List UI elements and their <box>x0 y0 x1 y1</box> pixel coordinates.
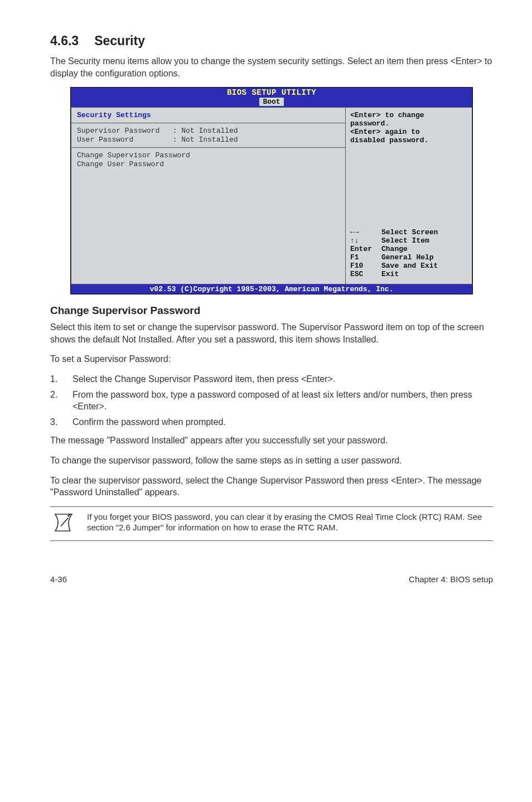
bios-row-sup-label: Supervisor Password <box>77 127 159 135</box>
step-text: Confirm the password when prompted. <box>72 416 226 428</box>
list-item: 1.Select the Change Supervisor Password … <box>50 373 493 385</box>
bios-tab-bar: Boot <box>71 98 472 107</box>
nav-key: ESC <box>350 270 381 278</box>
paragraph: The message "Password Installed" appears… <box>50 434 493 447</box>
step-text: Select the Change Supervisor Password it… <box>72 373 335 385</box>
bios-row-usr-label: User Password <box>77 136 133 144</box>
section-number: 4.6.3 <box>50 33 79 48</box>
section-name: Security <box>94 33 145 48</box>
step-text: From the password box, type a password c… <box>72 389 493 413</box>
subheading-change-supervisor: Change Supervisor Password <box>50 305 493 317</box>
nav-label: Change <box>381 245 408 253</box>
nav-key: Enter <box>350 245 381 253</box>
nav-key: F1 <box>350 253 381 262</box>
intro-paragraph: The Security menu items allow you to cha… <box>50 55 493 79</box>
page-number: 4-36 <box>50 574 67 584</box>
nav-label: Exit <box>381 270 399 278</box>
nav-label: Select Item <box>381 236 429 245</box>
section-title: 4.6.3Security <box>50 33 493 49</box>
nav-key: F10 <box>350 262 381 270</box>
bios-setup-panel: BIOS SETUP UTILITY Boot Security Setting… <box>70 87 473 294</box>
note-text: If you forget your BIOS password, you ca… <box>87 511 493 533</box>
bios-tab-boot: Boot <box>259 98 283 106</box>
paragraph: To change the supervisor password, follo… <box>50 455 493 467</box>
bios-heading: Security Settings <box>77 111 340 119</box>
help-line: password. <box>350 119 467 128</box>
bios-row-change-usr: Change User Password <box>77 160 340 168</box>
bios-title: BIOS SETUP UTILITY <box>71 88 472 98</box>
nav-label: General Help <box>381 253 434 262</box>
bios-nav-legend: ←→Select Screen ↑↓Select Item EnterChang… <box>350 228 467 278</box>
paragraph: To clear the supervisor password, select… <box>50 475 493 499</box>
nav-key: ←→ <box>350 228 381 236</box>
nav-label: Save and Exit <box>381 262 438 270</box>
list-item: 3.Confirm the password when prompted. <box>50 416 493 428</box>
paragraph: To set a Supervisor Password: <box>50 353 493 365</box>
bios-row-sup-value: : Not Installed <box>173 127 238 135</box>
nav-key: ↑↓ <box>350 236 381 245</box>
help-line: <Enter> to change <box>350 111 467 119</box>
help-line: disabled password. <box>350 136 467 144</box>
bios-right-pane: <Enter> to change password. <Enter> agai… <box>345 107 472 284</box>
nav-label: Select Screen <box>381 228 438 236</box>
list-item: 2.From the password box, type a password… <box>50 389 493 413</box>
bios-left-pane: Security Settings Supervisor Password : … <box>71 107 345 284</box>
chapter-label: Chapter 4: BIOS setup <box>409 574 493 584</box>
bios-row-usr-value: : Not Installed <box>173 136 238 144</box>
bios-row-change-sup: Change Supervisor Password <box>77 151 340 160</box>
bios-footer: v02.53 (C)Copyright 1985-2003, American … <box>71 284 472 294</box>
steps-list: 1.Select the Change Supervisor Password … <box>50 373 493 428</box>
help-line: <Enter> again to <box>350 128 467 136</box>
paragraph: Select this item to set or change the su… <box>50 321 493 345</box>
note-icon <box>50 511 77 536</box>
note-callout: If you forget your BIOS password, you ca… <box>50 506 493 541</box>
bios-help-text: <Enter> to change password. <Enter> agai… <box>350 111 467 144</box>
page-footer: 4-36 Chapter 4: BIOS setup <box>50 574 493 584</box>
